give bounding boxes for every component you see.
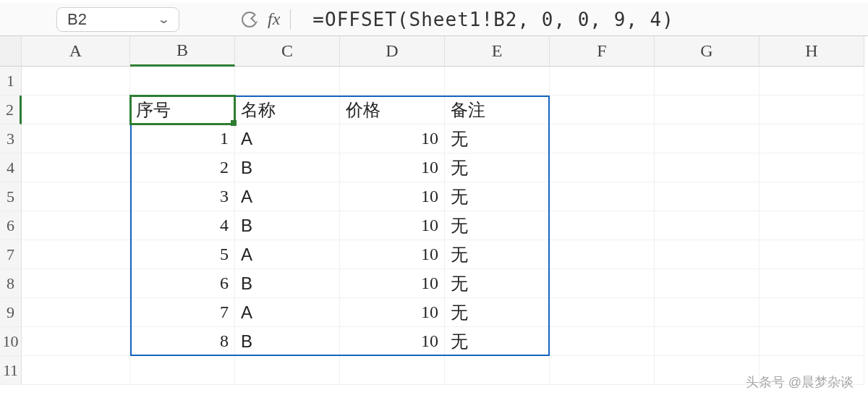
cell-F7[interactable] <box>550 240 655 269</box>
column-header-a[interactable]: A <box>22 36 130 67</box>
cell-D6[interactable]: 10 <box>340 211 445 240</box>
cell-E3[interactable]: 无 <box>445 124 550 153</box>
row-header-5[interactable]: 5 <box>0 182 22 211</box>
cell-G11[interactable] <box>655 356 760 385</box>
cell-D5[interactable]: 10 <box>340 182 445 211</box>
cell-F4[interactable] <box>550 153 655 182</box>
cell-B7[interactable]: 5 <box>130 240 235 269</box>
cell-A10[interactable] <box>22 327 130 356</box>
name-box[interactable]: B2 ⌄ <box>56 7 179 32</box>
cell-H7[interactable] <box>760 240 864 269</box>
cell-H5[interactable] <box>760 182 864 211</box>
cell-D10[interactable]: 10 <box>340 327 445 356</box>
cell-E6[interactable]: 无 <box>445 211 550 240</box>
cell-F10[interactable] <box>550 327 655 356</box>
cell-C2[interactable]: 名称 <box>235 96 340 124</box>
cell-C3[interactable]: A <box>235 124 340 153</box>
cell-C10[interactable]: B <box>235 327 340 356</box>
fx-icon[interactable]: fx <box>268 9 280 29</box>
cell-A3[interactable] <box>22 124 130 153</box>
cell-G9[interactable] <box>655 298 760 327</box>
cell-A6[interactable] <box>22 211 130 240</box>
cell-G6[interactable] <box>655 211 760 240</box>
cell-D4[interactable]: 10 <box>340 153 445 182</box>
cell-G3[interactable] <box>655 124 760 153</box>
cell-F11[interactable] <box>550 356 655 385</box>
cell-D8[interactable]: 10 <box>340 269 445 298</box>
cell-E2[interactable]: 备注 <box>445 96 550 124</box>
cell-E4[interactable]: 无 <box>445 153 550 182</box>
cell-C5[interactable]: A <box>235 182 340 211</box>
cell-A7[interactable] <box>22 240 130 269</box>
cell-A1[interactable] <box>22 67 130 96</box>
cell-C9[interactable]: A <box>235 298 340 327</box>
cell-C8[interactable]: B <box>235 269 340 298</box>
cell-H10[interactable] <box>760 327 864 356</box>
cell-F3[interactable] <box>550 124 655 153</box>
cell-F2[interactable] <box>550 96 655 124</box>
cell-D1[interactable] <box>340 67 445 96</box>
cell-D11[interactable] <box>340 356 445 385</box>
spreadsheet[interactable]: ABCDEFGH12序号名称价格备注31A10无42B10无53A10无64B1… <box>0 36 868 385</box>
cell-G4[interactable] <box>655 153 760 182</box>
column-header-d[interactable]: D <box>340 36 445 67</box>
cell-B10[interactable]: 8 <box>130 327 235 356</box>
cell-G8[interactable] <box>655 269 760 298</box>
column-header-g[interactable]: G <box>655 36 760 67</box>
cell-E5[interactable]: 无 <box>445 182 550 211</box>
cell-E11[interactable] <box>445 356 550 385</box>
cell-G7[interactable] <box>655 240 760 269</box>
cell-B8[interactable]: 6 <box>130 269 235 298</box>
cell-D7[interactable]: 10 <box>340 240 445 269</box>
cell-G2[interactable] <box>655 96 760 124</box>
cell-F5[interactable] <box>550 182 655 211</box>
cell-D9[interactable]: 10 <box>340 298 445 327</box>
cell-A5[interactable] <box>22 182 130 211</box>
row-header-3[interactable]: 3 <box>0 124 22 153</box>
select-all-corner[interactable] <box>0 36 22 67</box>
cell-C11[interactable] <box>235 356 340 385</box>
cell-H6[interactable] <box>760 211 864 240</box>
cell-A11[interactable] <box>22 356 130 385</box>
formula-input[interactable] <box>295 7 862 32</box>
cell-G1[interactable] <box>655 67 760 96</box>
cell-H3[interactable] <box>760 124 864 153</box>
row-header-11[interactable]: 11 <box>0 356 22 385</box>
column-header-b[interactable]: B <box>130 36 235 67</box>
cell-H9[interactable] <box>760 298 864 327</box>
column-header-e[interactable]: E <box>445 36 550 67</box>
cell-B3[interactable]: 1 <box>130 124 235 153</box>
cell-F9[interactable] <box>550 298 655 327</box>
cell-C6[interactable]: B <box>235 211 340 240</box>
cell-E9[interactable]: 无 <box>445 298 550 327</box>
cell-H8[interactable] <box>760 269 864 298</box>
cell-D2[interactable]: 价格 <box>340 96 445 124</box>
cell-H2[interactable] <box>760 96 864 124</box>
cell-B9[interactable]: 7 <box>130 298 235 327</box>
cell-E8[interactable]: 无 <box>445 269 550 298</box>
cell-A8[interactable] <box>22 269 130 298</box>
cell-H1[interactable] <box>760 67 864 96</box>
row-header-8[interactable]: 8 <box>0 269 22 298</box>
cell-E10[interactable]: 无 <box>445 327 550 356</box>
row-header-4[interactable]: 4 <box>0 153 22 182</box>
chevron-down-icon[interactable]: ⌄ <box>157 12 170 26</box>
cell-E7[interactable]: 无 <box>445 240 550 269</box>
row-header-10[interactable]: 10 <box>0 327 22 356</box>
row-header-1[interactable]: 1 <box>0 67 22 96</box>
cell-C7[interactable]: A <box>235 240 340 269</box>
column-header-h[interactable]: H <box>760 36 864 67</box>
cell-B11[interactable] <box>130 356 235 385</box>
cell-G5[interactable] <box>655 182 760 211</box>
cell-A4[interactable] <box>22 153 130 182</box>
cell-D3[interactable]: 10 <box>340 124 445 153</box>
cell-B1[interactable] <box>130 67 235 96</box>
cell-F6[interactable] <box>550 211 655 240</box>
row-header-6[interactable]: 6 <box>0 211 22 240</box>
cancel-icon[interactable] <box>242 12 258 27</box>
row-header-2[interactable]: 2 <box>0 96 22 124</box>
cell-B5[interactable]: 3 <box>130 182 235 211</box>
cell-C4[interactable]: B <box>235 153 340 182</box>
column-header-f[interactable]: F <box>550 36 655 67</box>
column-header-c[interactable]: C <box>235 36 340 67</box>
